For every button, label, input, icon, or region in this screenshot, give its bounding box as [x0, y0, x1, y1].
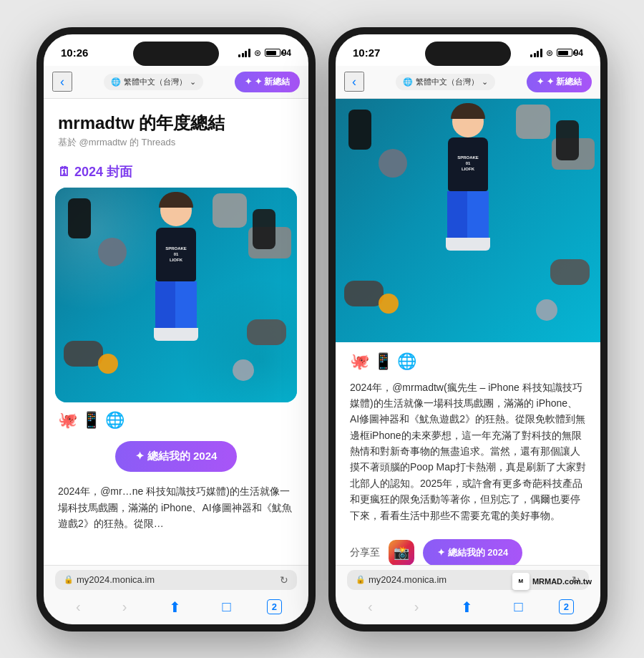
instagram-button[interactable]: 📸 [389, 540, 414, 564]
wifi-icon-1: ⊛ [254, 48, 261, 58]
figure-shirt-2: SPROAKE 01 LIOFK [457, 155, 479, 172]
summary-btn-overlay-1: ✦ 總結我的 2024 [44, 441, 308, 472]
gadget-coin [98, 354, 118, 374]
gadget-speaker-top [213, 193, 247, 228]
url-text-2: 🔒 my2024.monica.im [356, 574, 447, 585]
gadget-disc-right [233, 359, 254, 381]
forward-nav-button-2[interactable]: › [409, 596, 425, 618]
figure-hair-2 [451, 103, 485, 119]
bookmarks-button-2[interactable]: □ [509, 596, 529, 618]
lock-icon-1: 🔒 [64, 575, 74, 584]
status-bar-1: 10:26 ⊛ 94 [44, 34, 308, 66]
chevron-down-icon-2: ⌄ [482, 77, 488, 87]
battery-2: 94 [557, 48, 583, 58]
figure-feet-1 [154, 328, 198, 341]
refresh-icon-1[interactable]: ↻ [280, 574, 288, 586]
gadget-phone-right-2 [556, 120, 579, 160]
browser-nav-1: ‹ 🌐 繁體中文（台灣） ⌄ ✦ ✦ 新總結 [44, 66, 308, 99]
figure-body-2: SPROAKE 01 LIOFK [448, 137, 488, 191]
watermark-logo: M [512, 573, 530, 590]
watermark: M MRMAD.com.tw [512, 573, 592, 590]
wifi-icon-2: ⊛ [546, 48, 553, 58]
url-bar-1[interactable]: 🔒 my2024.monica.im ↻ [55, 570, 297, 590]
phones-container: 10:26 ⊛ 94 ‹ 🌐 繁體中文（台灣） [36, 27, 608, 632]
share-row: 分享至 📸 ✦ 總結我的 2024 [336, 531, 600, 564]
figure-feet-2 [446, 238, 490, 251]
forward-nav-button-1[interactable]: › [117, 596, 133, 618]
lang-pill-1[interactable]: 🌐 繁體中文（台灣） ⌄ [104, 74, 203, 90]
gadget-controller-right [247, 319, 286, 345]
gadget-controller-left [64, 341, 103, 367]
dynamic-island-2 [425, 42, 511, 66]
bookmarks-button-1[interactable]: □ [217, 596, 237, 618]
status-time-2: 10:27 [353, 47, 380, 59]
lock-icon-2: 🔒 [356, 575, 366, 584]
phone-1: 10:26 ⊛ 94 ‹ 🌐 繁體中文（台灣） [36, 27, 316, 632]
gadget-phone-left [68, 198, 91, 238]
browser-bottom-2: 🔒 my2024.monica.im ↻ ‹ › ⬆ □ 2 M MRMAD.c… [336, 565, 600, 624]
share-button-1[interactable]: ⬆ [163, 596, 187, 619]
page-content-1[interactable]: mrmadtw 的年度總結 基於 @mrmadtw 的 Threads 🗓 20… [44, 99, 308, 565]
back-button-1[interactable]: ‹ [52, 72, 72, 92]
gadget-disc-mid [98, 238, 127, 266]
page-header: mrmadtw 的年度總結 基於 @mrmadtw 的 Threads [44, 99, 308, 157]
share-label: 分享至 [350, 546, 380, 559]
cover-image-1: SPROAKE 01 LIOFK [55, 188, 297, 402]
globe-icon-1: 🌐 [111, 77, 121, 87]
sparkle-icon-1: ✦ [245, 77, 252, 87]
gadget-speaker-top-2 [516, 105, 550, 139]
gadget-controller-left-2 [344, 281, 384, 306]
body-text-2: 2024年，@mrmadtw(瘋先生 – iPhone 科技知識技巧媒體)的生活… [336, 375, 600, 531]
browser-bottom-1: 🔒 my2024.monica.im ↻ ‹ › ⬆ □ 2 [44, 565, 308, 624]
summary-big-button-2[interactable]: ✦ 總結我的 2024 [423, 539, 522, 564]
dynamic-island-1 [133, 42, 219, 66]
back-nav-button-2[interactable]: ‹ [362, 596, 379, 618]
sparkle-icon-2: ✦ [537, 77, 544, 87]
globe-icon-2: 🌐 [403, 77, 413, 87]
gadget-coin-2 [379, 294, 399, 314]
figure-2: SPROAKE 01 LIOFK [446, 106, 490, 251]
page-title: mrmadtw 的年度總結 [58, 113, 294, 134]
lang-pill-2[interactable]: 🌐 繁體中文（台灣） ⌄ [396, 74, 495, 90]
tabs-button-1[interactable]: 2 [267, 599, 282, 614]
battery-1: 94 [265, 48, 291, 58]
figure-pants-2 [447, 191, 489, 238]
gadget-phone-left-2 [348, 110, 371, 150]
signal-bars-2 [530, 49, 542, 57]
signal-bars-1 [238, 49, 250, 57]
gadget-disc-mid-2 [379, 149, 407, 178]
figure-pants-1 [155, 281, 197, 328]
gadget-disc-right-2 [536, 299, 557, 321]
page-content-2[interactable]: SPROAKE 01 LIOFK 🐙 📱 🌐 [336, 99, 600, 565]
status-icons-2: ⊛ 94 [530, 48, 583, 58]
gadget-tablet-2 [552, 138, 595, 170]
status-bar-2: 10:27 ⊛ 94 [336, 34, 600, 66]
summary-big-button-1[interactable]: ✦ 總結我的 2024 [115, 441, 238, 472]
page-subtitle: 基於 @mrmadtw 的 Threads [58, 136, 294, 149]
status-time-1: 10:26 [61, 47, 88, 59]
chevron-down-icon-1: ⌄ [190, 77, 196, 87]
gadget-controller-right-2 [550, 259, 590, 285]
phone-2: 10:27 ⊛ 94 ‹ 🌐 繁體中文（台灣） [328, 27, 608, 632]
instagram-icon: 📸 [394, 545, 409, 561]
emojis-row-2: 🐙 📱 🌐 [336, 342, 600, 375]
new-summary-button-2[interactable]: ✦ ✦ 新總結 [527, 72, 592, 92]
emojis-row-1: 🐙 📱 🌐 [44, 402, 308, 434]
body-text-1: 2024年，@mr…ne 科技知識技巧媒體)的生活就像一場科技馬戲團，滿滿的 i… [44, 479, 308, 538]
browser-nav-2: ‹ 🌐 繁體中文（台灣） ⌄ ✦ ✦ 新總結 [336, 66, 600, 99]
browser-actions-1: ‹ › ⬆ □ 2 [55, 596, 297, 619]
share-button-2[interactable]: ⬆ [455, 596, 479, 619]
gadget-tablet [248, 227, 291, 258]
browser-actions-2: ‹ › ⬆ □ 2 [347, 596, 589, 619]
tabs-button-2[interactable]: 2 [559, 599, 574, 614]
cover-image-2: SPROAKE 01 LIOFK [336, 99, 600, 342]
figure-1: SPROAKE 01 LIOFK [154, 195, 198, 341]
back-nav-button-1[interactable]: ‹ [70, 596, 87, 618]
figure-head-2 [452, 106, 484, 137]
cover-label: 🗓 2024 封面 [44, 156, 308, 188]
gadget-phone-right [253, 209, 275, 249]
new-summary-button-1[interactable]: ✦ ✦ 新總結 [235, 72, 300, 92]
url-text-1: 🔒 my2024.monica.im [64, 574, 155, 585]
status-icons-1: ⊛ 94 [238, 48, 291, 58]
back-button-2[interactable]: ‹ [344, 72, 364, 92]
